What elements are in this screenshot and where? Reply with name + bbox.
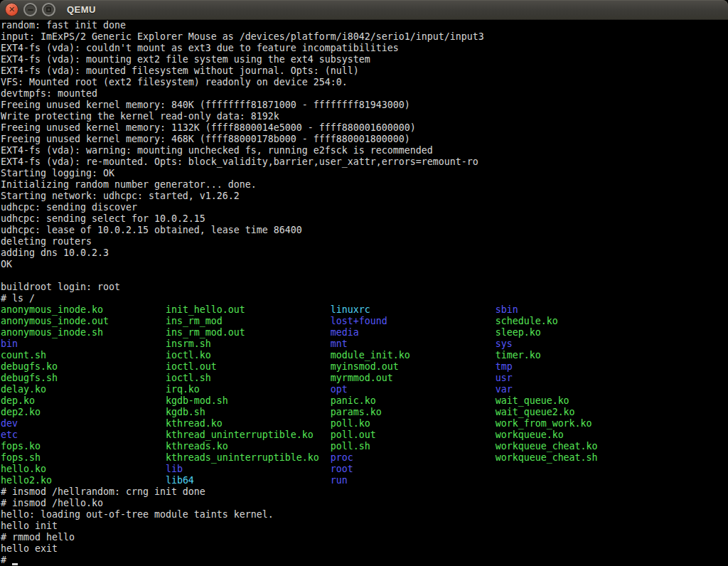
terminal-line: etc kthread_uninterruptible.ko poll.out … [1, 429, 728, 441]
terminal-line: udhcpc: sending discover [1, 202, 728, 213]
terminal-text: input: ImExPS/2 Generic Explorer Mouse a… [1, 31, 484, 42]
terminal-text: hello: loading out-of-tree module taints… [1, 509, 274, 520]
ls-entry: var [496, 384, 513, 395]
ls-entry: anonymous_inode.out [1, 316, 166, 326]
ls-entry: hello2.ko [1, 475, 166, 486]
terminal-line: EXT4-fs (vda): mounted filesystem withou… [1, 65, 728, 77]
ls-entry: params.ko [331, 407, 496, 417]
terminal-line: debugfs.sh ioctl.sh myrmmod.out usr [1, 373, 728, 384]
ls-entry: poll.ko [331, 418, 496, 429]
terminal-line: EXT4-fs (vda): mounting ext2 file system… [1, 54, 728, 65]
ls-entry: debugfs.sh [1, 373, 166, 383]
ls-entry: irq.ko [166, 384, 331, 395]
ls-entry: proc [331, 452, 496, 463]
terminal-line: devtmpfs: mounted [1, 88, 728, 100]
terminal-text: # insmod /hellrandom: crng init done [1, 486, 205, 497]
terminal-line: debugfs.ko ioctl.out myinsmod.out tmp [1, 361, 728, 373]
ls-entry: usr [496, 373, 513, 383]
terminal-line: random: fast init done [1, 20, 728, 31]
ls-entry: poll.sh [331, 441, 496, 452]
ls-entry: panic.ko [331, 395, 496, 406]
terminal-line: hello: loading out-of-tree module taints… [1, 509, 728, 520]
terminal-line: input: ImExPS/2 Generic Explorer Mouse a… [1, 31, 728, 43]
terminal-line: VFS: Mounted root (ext2 filesystem) read… [1, 77, 728, 88]
ls-entry: etc [1, 429, 166, 440]
ls-entry: wait_queue.ko [496, 395, 569, 406]
maximize-button[interactable] [42, 3, 55, 16]
ls-entry: dev [1, 418, 166, 429]
ls-entry: hello.ko [1, 464, 166, 474]
minimize-icon [28, 9, 33, 11]
terminal-text: Initializing random number generator... … [1, 179, 257, 190]
terminal-line: Starting logging: OK [1, 168, 728, 179]
ls-entry: myrmmod.out [331, 373, 496, 383]
terminal-text: Starting network: udhcpc: started, v1.26… [1, 191, 240, 201]
terminal-text: udhcpc: sending select for 10.0.2.15 [1, 213, 205, 224]
terminal-text: hello init [1, 520, 58, 531]
terminal-text: deleting routers [1, 236, 92, 247]
terminal-line: anonymous_inode.out ins_rm_mod lost+foun… [1, 316, 728, 327]
ls-entry: lib [166, 464, 331, 474]
terminal-line: count.sh ioctl.ko module_init.ko timer.k… [1, 350, 728, 361]
ls-entry: bin [1, 338, 166, 349]
ls-entry: sys [496, 338, 513, 349]
ls-entry: workqueue_cheat.sh [496, 452, 598, 463]
ls-entry: linuxrc [331, 304, 496, 315]
ls-entry: kthread.ko [166, 418, 331, 429]
ls-entry: debugfs.ko [1, 361, 166, 372]
terminal-line: udhcpc: lease of 10.0.2.15 obtained, lea… [1, 225, 728, 236]
window-title: QEMU [67, 4, 96, 15]
ls-entry: lib64 [166, 475, 331, 486]
ls-entry: fops.ko [1, 441, 166, 452]
ls-entry: workqueue.ko [496, 429, 564, 440]
ls-entry: kthreads.ko [166, 441, 331, 452]
terminal-line: dev kthread.ko poll.ko work_from_work.ko [1, 418, 728, 429]
ls-entry: init_hello.out [166, 304, 331, 315]
terminal-text: udhcpc: lease of 10.0.2.15 obtained, lea… [1, 225, 302, 235]
ls-entry: dep2.ko [1, 407, 166, 417]
terminal-text: EXT4-fs (vda): re-mounted. Opts: block_v… [1, 156, 478, 167]
terminal-line: Write protecting the kernel read-only da… [1, 111, 728, 122]
terminal-line: hello2.ko lib64 run [1, 475, 728, 486]
terminal-text [1, 270, 6, 281]
close-button[interactable]: ✕ [5, 3, 18, 16]
terminal-line: udhcpc: sending select for 10.0.2.15 [1, 213, 728, 225]
ls-entry: ioctl.sh [166, 373, 331, 383]
terminal-text: EXT4-fs (vda): mounted filesystem withou… [1, 65, 359, 76]
ls-entry: kthreads_uninterruptible.ko [166, 452, 331, 463]
terminal-line: # ls / [1, 293, 728, 304]
ls-entry: run [331, 475, 348, 486]
terminal-screen[interactable]: random: fast init doneinput: ImExPS/2 Ge… [0, 20, 728, 566]
terminal-text: OK [1, 259, 12, 269]
terminal-text: adding dns 10.0.2.3 [1, 247, 109, 258]
terminal-line: # rmmod hello [1, 532, 728, 543]
ls-entry: dep.ko [1, 395, 166, 406]
ls-entry: module_init.ko [331, 350, 496, 361]
terminal-line: # insmod /hellrandom: crng init done [1, 486, 728, 498]
ls-entry: work_from_work.ko [496, 418, 592, 429]
terminal-line: dep2.ko kgdb.sh params.ko wait_queue2.ko [1, 407, 728, 418]
terminal-text: # insmod /hello.ko [1, 498, 103, 508]
terminal-line: EXT4-fs (vda): couldn't mount as ext3 du… [1, 43, 728, 54]
ls-entry: ioctl.ko [166, 350, 331, 361]
ls-entry: wait_queue2.ko [496, 407, 575, 417]
ls-entry: lost+found [331, 316, 496, 326]
ls-entry: media [331, 327, 496, 338]
terminal-line: buildroot login: root [1, 282, 728, 293]
minimize-button[interactable] [23, 3, 37, 16]
terminal-text: udhcpc: sending discover [1, 202, 137, 213]
terminal-text: # [1, 555, 12, 565]
terminal-text: Freeing unused kernel memory: 468K (ffff… [1, 134, 410, 144]
terminal-text: hello exit [1, 543, 58, 554]
terminal-text: Write protecting the kernel read-only da… [1, 111, 279, 122]
terminal-text: # rmmod hello [1, 532, 75, 543]
terminal-line: bin insrm.sh mnt sys [1, 338, 728, 350]
terminal-text: Freeing unused kernel memory: 840K (ffff… [1, 100, 410, 110]
terminal-line: anonymous_inode.ko init_hello.out linuxr… [1, 304, 728, 316]
maximize-icon [46, 7, 51, 12]
terminal-line: hello.ko lib root [1, 464, 728, 475]
ls-entry: anonymous_inode.ko [1, 304, 166, 315]
window-titlebar[interactable]: ✕ QEMU [0, 0, 728, 20]
terminal-text: EXT4-fs (vda): couldn't mount as ext3 du… [1, 43, 399, 53]
ls-entry: delay.ko [1, 384, 166, 395]
